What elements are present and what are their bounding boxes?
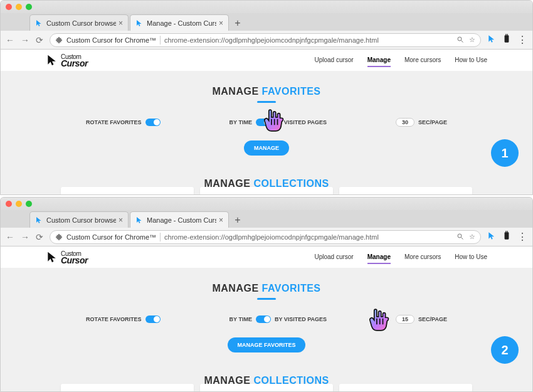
section-heading-favorites: MANAGE FAVORITES xyxy=(1,283,532,294)
site-nav: Upload cursor Manage More cursors How to… xyxy=(314,54,487,67)
new-tab-button[interactable]: + xyxy=(230,16,245,31)
search-icon[interactable] xyxy=(456,36,464,45)
window-titlebar xyxy=(1,198,532,210)
toolbar-extensions: ⋮ xyxy=(487,34,527,46)
bookmark-star-icon[interactable]: ☆ xyxy=(469,233,475,241)
rotation-mode-toggle[interactable] xyxy=(256,315,271,323)
forward-button[interactable]: → xyxy=(21,232,29,242)
reload-button[interactable]: ⟳ xyxy=(36,232,43,242)
window-titlebar xyxy=(1,1,532,13)
omnibox-divider xyxy=(160,36,161,45)
tab-strip: Custom Cursor browser extensi × Manage -… xyxy=(1,13,532,31)
nav-upload-cursor[interactable]: Upload cursor xyxy=(314,54,353,67)
site-logo[interactable]: Custom Cursor xyxy=(46,54,88,66)
favorites-controls-row: ROTATE FAVORITES BY TIME BY VISITED PAGE… xyxy=(1,315,532,324)
extension-icon xyxy=(55,233,63,241)
site-header: Custom Cursor Upload cursor Manage More … xyxy=(1,246,532,268)
site-logo[interactable]: Custom Cursor xyxy=(46,251,88,263)
custom-cursor-extension-icon[interactable] xyxy=(487,34,496,46)
extension-icon[interactable] xyxy=(502,34,511,46)
by-time-label: BY TIME xyxy=(230,119,252,125)
rotation-mode-control: BY TIME BY VISITED PAGES xyxy=(230,315,327,323)
bookmark-star-icon[interactable]: ☆ xyxy=(469,36,475,45)
tab-title: Custom Cursor browser extensi xyxy=(46,19,116,27)
maximize-window-icon[interactable] xyxy=(26,4,32,10)
nav-how-to-use[interactable]: How to Use xyxy=(455,251,487,264)
collection-card[interactable] xyxy=(61,187,194,194)
rotate-favorites-control: ROTATE FAVORITES xyxy=(86,315,161,323)
sec-per-page-input[interactable]: 30 xyxy=(396,118,414,127)
address-bar[interactable]: Custom Cursor for Chrome™ chrome-extensi… xyxy=(50,33,481,47)
nav-how-to-use[interactable]: How to Use xyxy=(455,54,487,67)
browser-toolbar: ← → ⟳ Custom Cursor for Chrome™ chrome-e… xyxy=(1,228,532,246)
nav-more-cursors[interactable]: More cursors xyxy=(404,251,441,264)
section-heading-favorites: MANAGE FAVORITES xyxy=(1,86,532,97)
forward-button[interactable]: → xyxy=(21,35,29,45)
svg-rect-4 xyxy=(507,34,508,36)
heading-underline xyxy=(257,101,276,103)
back-button[interactable]: ← xyxy=(6,35,14,45)
svg-line-9 xyxy=(462,237,463,239)
window-traffic-lights xyxy=(6,201,32,207)
close-window-icon[interactable] xyxy=(6,201,12,207)
nav-more-cursors[interactable]: More cursors xyxy=(404,54,441,67)
svg-point-0 xyxy=(458,37,462,41)
collection-card[interactable] xyxy=(339,384,472,391)
omnibox-divider xyxy=(160,233,161,241)
tab-manage-page[interactable]: Manage - Custom Cursor for Ch × xyxy=(130,14,229,31)
extension-icon[interactable] xyxy=(502,231,511,243)
manage-favorites-button[interactable]: MANAGE FAVORITES xyxy=(228,337,306,352)
browser-window-2: Custom Cursor browser extensi × Manage -… xyxy=(0,197,533,392)
search-icon[interactable] xyxy=(456,233,464,241)
tab-close-icon[interactable]: × xyxy=(219,216,223,225)
logo-text: Custom Cursor xyxy=(61,251,88,263)
menu-dots-icon[interactable]: ⋮ xyxy=(517,34,527,46)
manage-favorites-button[interactable]: MANAGE xyxy=(244,140,289,156)
nav-upload-cursor[interactable]: Upload cursor xyxy=(314,251,353,264)
favorites-section: MANAGE FAVORITES ROTATE FAVORITES BY TIM… xyxy=(1,268,532,391)
sec-per-page-label: SEC/PAGE xyxy=(418,316,447,322)
minimize-window-icon[interactable] xyxy=(16,4,22,10)
rotate-favorites-toggle[interactable] xyxy=(145,119,161,126)
svg-line-1 xyxy=(462,40,463,42)
omnibox-site-name: Custom Cursor for Chrome™ xyxy=(66,233,156,241)
window-traffic-lights xyxy=(6,4,32,10)
minimize-window-icon[interactable] xyxy=(16,201,22,207)
close-window-icon[interactable] xyxy=(6,4,12,10)
cursor-favicon-icon xyxy=(135,19,143,27)
by-time-label: BY TIME xyxy=(230,316,252,322)
rotation-mode-toggle[interactable] xyxy=(256,119,271,126)
sec-per-page-input[interactable]: 15 xyxy=(396,315,414,324)
back-button[interactable]: ← xyxy=(6,232,14,242)
tab-title: Manage - Custom Cursor for Ch xyxy=(147,19,216,27)
rotate-favorites-label: ROTATE FAVORITES xyxy=(86,316,142,322)
tab-manage-page[interactable]: Manage - Custom Cursor for Ch × xyxy=(130,211,229,228)
nav-manage[interactable]: Manage xyxy=(367,251,391,264)
tab-custom-cursor-site[interactable]: Custom Cursor browser extensi × xyxy=(29,211,129,228)
custom-cursor-extension-icon[interactable] xyxy=(487,231,496,243)
collection-card[interactable] xyxy=(200,384,333,391)
omnibox-url: chrome-extension://ogdlpmhglpejoiomcodnp… xyxy=(164,233,453,241)
heading-underline xyxy=(257,298,276,300)
maximize-window-icon[interactable] xyxy=(26,201,32,207)
tab-close-icon[interactable]: × xyxy=(119,216,123,225)
rotate-favorites-control: ROTATE FAVORITES xyxy=(86,119,161,126)
tab-close-icon[interactable]: × xyxy=(219,19,223,28)
svg-point-8 xyxy=(458,234,462,238)
cursor-favicon-icon xyxy=(135,216,143,224)
address-bar[interactable]: Custom Cursor for Chrome™ chrome-extensi… xyxy=(50,230,481,244)
tab-custom-cursor-site[interactable]: Custom Cursor browser extensi × xyxy=(29,14,129,31)
tab-close-icon[interactable]: × xyxy=(119,19,123,28)
collection-card[interactable] xyxy=(200,187,333,194)
svg-rect-12 xyxy=(507,231,508,233)
page-content: Custom Cursor Upload cursor Manage More … xyxy=(1,50,532,194)
collection-card[interactable] xyxy=(61,384,194,391)
new-tab-button[interactable]: + xyxy=(230,213,245,228)
collection-card[interactable] xyxy=(339,187,472,194)
nav-manage[interactable]: Manage xyxy=(367,54,391,67)
reload-button[interactable]: ⟳ xyxy=(36,35,43,45)
tab-title: Manage - Custom Cursor for Ch xyxy=(147,216,216,224)
rotate-favorites-toggle[interactable] xyxy=(145,315,161,323)
menu-dots-icon[interactable]: ⋮ xyxy=(517,231,527,243)
svg-rect-2 xyxy=(505,35,509,42)
